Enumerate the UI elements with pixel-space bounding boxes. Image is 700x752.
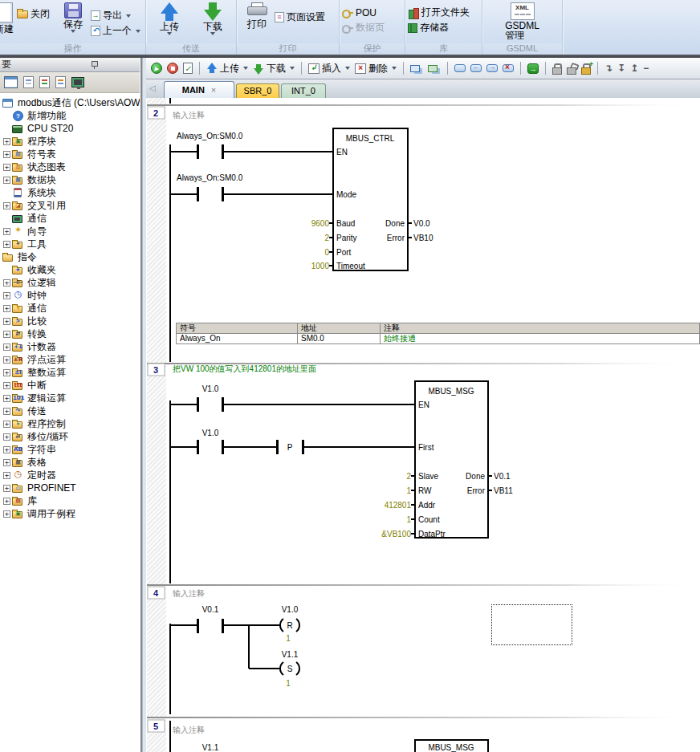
previous-dropdown-icon[interactable] bbox=[136, 30, 140, 33]
network-4-comment[interactable]: 输入注释 bbox=[173, 589, 205, 598]
contact-label[interactable]: Always_On:SM0.0 bbox=[177, 132, 243, 140]
network-4-number[interactable]: 4 bbox=[148, 587, 165, 599]
tree-item-counter[interactable]: ++1计数器 bbox=[0, 340, 140, 353]
compile-button[interactable] bbox=[181, 62, 194, 75]
mbus-ctrl-block[interactable]: MBUS_CTRL EN Mode Baud Parity Port Timeo… bbox=[333, 128, 408, 270]
tree-item-int-math[interactable]: +±I整数运算 bbox=[0, 366, 140, 379]
tree-item-program-block[interactable]: +▣程序块 bbox=[0, 135, 140, 148]
network-2-comment[interactable]: 输入注释 bbox=[173, 111, 205, 120]
expand-icon[interactable]: + bbox=[3, 305, 10, 312]
tree-item-bit-logic[interactable]: +⊣⊢位逻辑 bbox=[0, 276, 140, 289]
pou-button[interactable]: POU bbox=[342, 6, 385, 18]
contact-v01[interactable] bbox=[170, 619, 280, 633]
line-horizontal-button[interactable]: − bbox=[641, 62, 650, 75]
tree-item-cpu[interactable]: CPU ST20 bbox=[0, 122, 140, 135]
download-toolbar-dropdown[interactable] bbox=[290, 67, 295, 70]
expand-icon[interactable]: + bbox=[3, 318, 10, 325]
export-dropdown-icon[interactable] bbox=[126, 14, 131, 18]
tree-item-project[interactable]: modbus通信 (C:\Users\AOWID\ bbox=[0, 96, 140, 109]
tab-scroll-left-icon[interactable]: ◁ bbox=[149, 83, 156, 92]
tree-item-system-block[interactable]: 系统块 bbox=[0, 186, 140, 199]
tree-item-program-control[interactable]: +»程序控制 bbox=[0, 417, 140, 430]
tree-item-logic-ops[interactable]: +101逻辑运算 bbox=[0, 392, 140, 404]
insert-button[interactable]: 插入 bbox=[307, 61, 352, 76]
contact-label[interactable]: V1.1 bbox=[202, 743, 219, 752]
expand-icon[interactable]: + bbox=[3, 408, 10, 415]
previous-button[interactable]: ↶ 上一个 bbox=[91, 25, 140, 37]
delete-dropdown[interactable] bbox=[392, 67, 397, 70]
expand-icon[interactable]: + bbox=[3, 369, 10, 376]
download-toolbar-button[interactable]: 下载 bbox=[251, 61, 296, 76]
line-up-button[interactable]: ↥ bbox=[629, 62, 640, 75]
stop-button[interactable] bbox=[165, 62, 180, 75]
save-dropdown-icon[interactable] bbox=[71, 30, 75, 33]
tree-item-comm-folder[interactable]: +ϟ通信 bbox=[0, 302, 140, 315]
tree-item-wizard[interactable]: +✶向导 bbox=[0, 225, 140, 238]
tree-item-compare[interactable]: +>比较 bbox=[0, 315, 140, 327]
expand-icon[interactable]: + bbox=[3, 421, 10, 428]
run-button[interactable]: ▶ bbox=[149, 62, 164, 75]
tree-item-shift-rotate[interactable]: +⇌移位/循环 bbox=[0, 430, 140, 443]
comment-cell[interactable]: 始终接通 bbox=[381, 334, 700, 344]
expand-icon[interactable]: + bbox=[3, 202, 10, 209]
cross-reference-view-icon[interactable] bbox=[55, 76, 66, 88]
tree-item-favorites[interactable]: ★收藏夹 bbox=[0, 263, 140, 276]
tree-item-interrupt[interactable]: +ttt中断 bbox=[0, 379, 140, 392]
ladder-canvas[interactable]: 2 3 4 5 输入注释 Always_On:SM0.0 bbox=[146, 98, 700, 752]
expand-icon[interactable]: + bbox=[3, 472, 10, 479]
tree-item-library[interactable]: +▤库 bbox=[0, 494, 140, 507]
upload-toolbar-dropdown[interactable] bbox=[243, 67, 248, 70]
contact-v10-1[interactable] bbox=[170, 397, 415, 412]
bookmark-prev-button[interactable]: ← bbox=[469, 63, 483, 73]
upload-ribbon-button[interactable]: 上传 bbox=[152, 2, 187, 35]
lock-button[interactable] bbox=[551, 63, 564, 75]
download-dropdown-icon[interactable] bbox=[210, 32, 215, 35]
print-button[interactable]: 打印 bbox=[239, 2, 275, 30]
positive-edge-contact[interactable]: P bbox=[276, 440, 415, 454]
insert-dropdown[interactable] bbox=[345, 67, 350, 70]
tab-int0[interactable]: INT_0 bbox=[281, 83, 326, 98]
expand-icon[interactable]: + bbox=[3, 382, 10, 389]
mbus-msg-block-2[interactable]: MBUS_MSG bbox=[415, 740, 488, 752]
tree-item-convert[interactable]: +⇄转换 bbox=[0, 327, 140, 340]
symbol-cell[interactable]: Always_On bbox=[177, 334, 298, 344]
panel-splitter[interactable] bbox=[140, 58, 146, 752]
export-button[interactable]: → 导出 bbox=[91, 10, 140, 22]
goto-button[interactable]: → bbox=[526, 63, 540, 75]
contact-always-on-1[interactable] bbox=[170, 144, 333, 159]
pin-icon[interactable] bbox=[91, 61, 98, 69]
symbol-table-view-icon[interactable] bbox=[4, 76, 18, 88]
expand-icon[interactable]: + bbox=[3, 279, 10, 287]
page-setup-button[interactable]: ≡ 页面设置 bbox=[275, 11, 325, 23]
tree-item-profinet[interactable]: +▭PROFINET bbox=[0, 482, 140, 494]
expand-icon[interactable]: + bbox=[3, 292, 10, 299]
lock-add-button[interactable]: + bbox=[580, 63, 592, 75]
bookmark-next-button[interactable]: → bbox=[485, 63, 499, 73]
close-button[interactable]: 关闭 bbox=[17, 8, 55, 20]
expand-icon[interactable]: + bbox=[3, 498, 10, 505]
address-cell[interactable]: SM0.0 bbox=[298, 334, 381, 344]
upload-dropdown-icon[interactable] bbox=[167, 32, 172, 35]
data-block-view-icon[interactable] bbox=[39, 76, 50, 88]
tree-item-symbol-table[interactable]: +▤符号表 bbox=[0, 148, 140, 161]
tree-item-cross-ref[interactable]: +◪交叉引用 bbox=[0, 199, 140, 212]
line-down-button[interactable]: ↧ bbox=[616, 62, 627, 75]
tree-item-whats-new[interactable]: 新增功能 bbox=[0, 109, 140, 122]
tree-item-clock[interactable]: +◷时钟 bbox=[0, 289, 140, 302]
tree-item-status-chart[interactable]: +▥状态图表 bbox=[0, 161, 140, 173]
pou-view-button[interactable] bbox=[409, 64, 425, 73]
bookmark-clear-button[interactable]: × bbox=[501, 63, 515, 73]
pou-map-button[interactable] bbox=[426, 64, 442, 73]
save-button[interactable]: 保存 bbox=[55, 2, 91, 33]
tree-item-data-block[interactable]: +▦数据块 bbox=[0, 173, 140, 186]
contact-v10-2[interactable] bbox=[170, 440, 277, 454]
expand-icon[interactable]: + bbox=[3, 241, 10, 248]
network-5-comment[interactable]: 输入注释 bbox=[173, 726, 205, 734]
tree-item-call-subroutine[interactable]: +▣调用子例程 bbox=[0, 507, 140, 520]
network-3-number[interactable]: 3 bbox=[148, 364, 165, 376]
expand-icon[interactable]: + bbox=[3, 138, 10, 145]
tree-item-instructions[interactable]: 指令 bbox=[0, 250, 140, 263]
tab-close-icon[interactable]: × bbox=[211, 85, 216, 95]
tree-item-tools[interactable]: +✦工具 bbox=[0, 238, 140, 250]
expand-icon[interactable]: + bbox=[3, 510, 10, 518]
